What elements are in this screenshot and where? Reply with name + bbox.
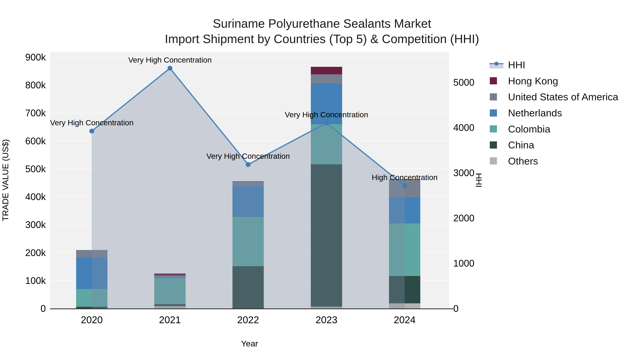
annotation: High Concentration	[372, 173, 438, 182]
hhi-marker	[402, 183, 407, 188]
bar-segment	[311, 67, 342, 74]
legend-item-colombia: Colombia	[490, 121, 618, 137]
y-left-tick-label: 600k	[25, 136, 46, 146]
legend-item-hhi: HHI	[490, 57, 618, 73]
y-right-tick-label: 3000	[453, 167, 474, 178]
y-left-tick-label: 400k	[25, 191, 46, 202]
legend-item-china: China	[490, 137, 618, 153]
annotation: Very High Concentration	[285, 110, 368, 119]
hhi-marker	[324, 120, 329, 125]
combo-chart: Very High ConcentrationVery High Concent…	[0, 0, 644, 362]
y-left-tick-label: 700k	[25, 108, 46, 118]
legend-item-netherlands: Netherlands	[490, 105, 618, 121]
y-left-axis-title: TRADE VALUE (US$)	[0, 139, 10, 221]
annotation: Very High Concentration	[50, 118, 134, 127]
legend-label: Hong Kong	[508, 75, 558, 87]
hhi-marker	[90, 129, 94, 134]
x-tick-label: 2021	[159, 314, 181, 325]
figure: Suriname Polyurethane Sealants Market Im…	[0, 0, 644, 362]
x-axis-title: Year	[241, 339, 258, 348]
legend-label: China	[508, 139, 534, 151]
y-right-tick-label: 5000	[453, 77, 474, 88]
y-right-tick-label: 2000	[453, 213, 474, 223]
y-left-tick-label: 500k	[25, 164, 46, 174]
bar-segment	[311, 74, 342, 83]
y-left-tick-label: 300k	[25, 219, 46, 230]
y-right-axis-title: HHI	[474, 173, 484, 188]
y-right-tick-label: 0	[453, 303, 458, 314]
usa-swatch-icon	[490, 93, 497, 100]
legend-item-hong-kong: Hong Kong	[490, 73, 618, 89]
annotation: Very High Concentration	[128, 56, 212, 64]
y-left-tick-label: 200k	[25, 247, 46, 258]
y-left-tick-label: 900k	[25, 52, 46, 62]
legend-label: Others	[508, 155, 538, 167]
hhi-marker	[246, 162, 250, 167]
colombia-swatch-icon	[490, 125, 497, 132]
annotation: Very High Concentration	[206, 152, 290, 160]
others-swatch-icon	[490, 157, 497, 164]
legend-item-usa: United States of America	[490, 89, 618, 105]
hong-kong-swatch-icon	[490, 77, 497, 84]
x-tick-label: 2022	[237, 314, 259, 325]
netherlands-swatch-icon	[490, 109, 497, 117]
legend: HHI Hong Kong United States of America N…	[490, 57, 618, 169]
legend-item-others: Others	[490, 153, 618, 169]
y-left-tick-label: 800k	[25, 80, 46, 90]
y-right-tick-label: 4000	[453, 122, 474, 133]
legend-label: United States of America	[508, 91, 618, 103]
x-tick-label: 2024	[394, 314, 416, 325]
china-swatch-icon	[490, 141, 497, 149]
hhi-marker	[168, 66, 172, 71]
y-right-tick-label: 1000	[453, 258, 474, 269]
y-left-tick-label: 100k	[25, 275, 46, 286]
x-axis-line	[50, 308, 453, 309]
y-left-tick-label: 0	[40, 303, 46, 314]
legend-label: HHI	[508, 59, 525, 71]
x-tick-label: 2020	[81, 314, 103, 325]
legend-label: Colombia	[508, 123, 550, 135]
x-tick-label: 2023	[316, 314, 338, 325]
hhi-line-icon	[490, 61, 504, 69]
legend-label: Netherlands	[508, 107, 562, 119]
